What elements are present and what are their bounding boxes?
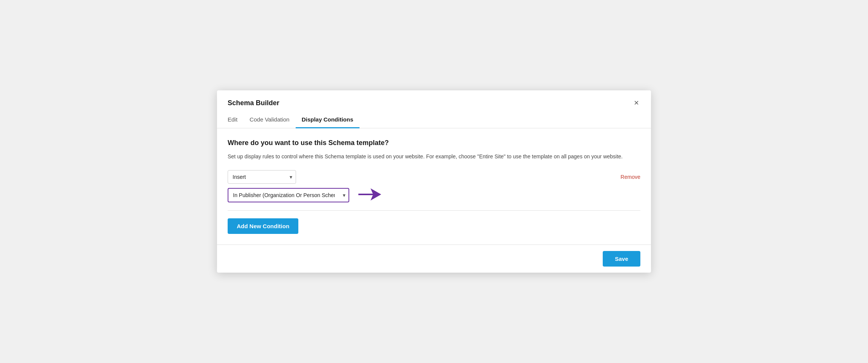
publisher-select-wrapper: In Publisher (Organization Or Person Sch…: [228, 188, 349, 202]
close-button[interactable]: ×: [632, 97, 640, 109]
condition-controls: Insert: [228, 170, 296, 184]
svg-marker-0: [358, 188, 381, 200]
modal-title: Schema Builder: [228, 99, 279, 107]
add-new-condition-button[interactable]: Add New Condition: [228, 218, 298, 234]
tab-display-conditions[interactable]: Display Conditions: [296, 112, 360, 128]
section-description: Set up display rules to control where th…: [228, 152, 640, 161]
insert-select[interactable]: Insert: [228, 170, 296, 184]
modal-footer: Save: [217, 245, 651, 273]
tab-code-validation[interactable]: Code Validation: [244, 112, 296, 128]
section-title: Where do you want to use this Schema tem…: [228, 139, 640, 147]
tabs-bar: Edit Code Validation Display Conditions: [217, 112, 651, 128]
insert-select-wrapper: Insert: [228, 170, 296, 184]
condition-row: Insert Remove: [228, 170, 640, 184]
remove-button[interactable]: Remove: [621, 174, 640, 180]
tab-edit[interactable]: Edit: [228, 112, 244, 128]
purple-arrow-icon: [358, 188, 381, 203]
modal-body: Where do you want to use this Schema tem…: [217, 128, 651, 244]
save-button[interactable]: Save: [603, 251, 640, 267]
schema-builder-modal: Schema Builder × Edit Code Validation Di…: [217, 90, 651, 272]
publisher-select[interactable]: In Publisher (Organization Or Person Sch…: [228, 188, 349, 202]
publisher-row: In Publisher (Organization Or Person Sch…: [228, 188, 640, 203]
divider: [228, 210, 640, 211]
modal-header: Schema Builder ×: [217, 90, 651, 109]
